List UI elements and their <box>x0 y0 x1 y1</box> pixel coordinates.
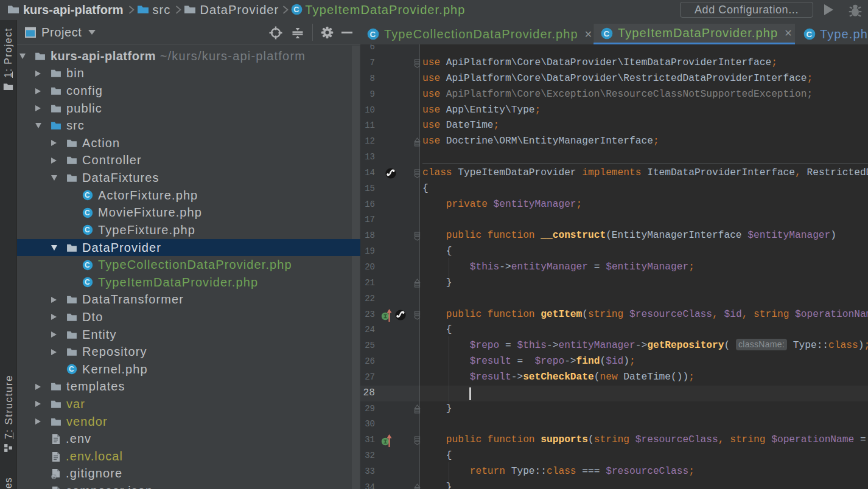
svg-text:C: C <box>370 30 377 39</box>
svg-text:C: C <box>294 5 300 14</box>
svg-text:C: C <box>85 261 91 269</box>
svg-text:C: C <box>807 30 813 39</box>
svg-text:C: C <box>85 226 91 235</box>
svg-text:C: C <box>85 192 91 200</box>
svg-text:C: C <box>604 29 611 38</box>
svg-text:C: C <box>85 279 91 287</box>
svg-text:C: C <box>69 366 75 374</box>
svg-text:C: C <box>85 209 91 217</box>
